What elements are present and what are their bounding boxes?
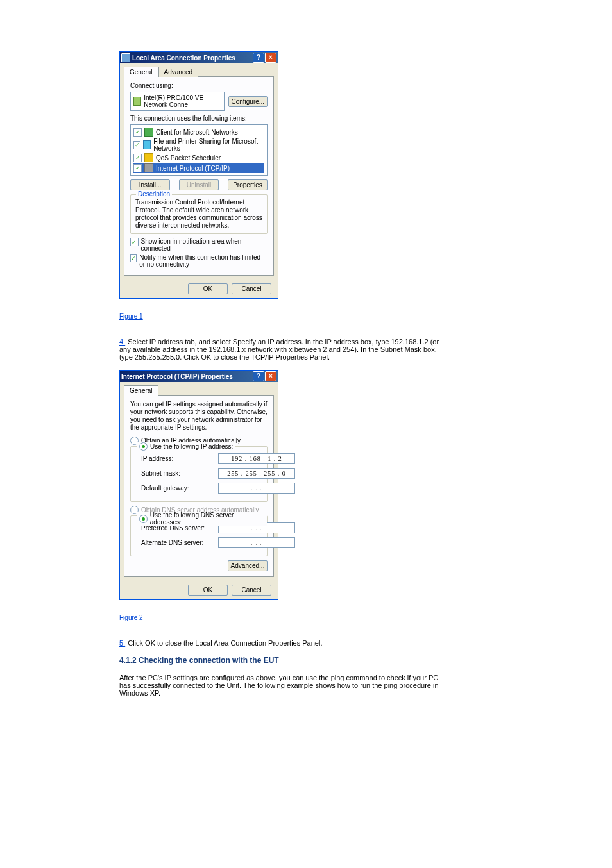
- list-item[interactable]: ✓File and Printer Sharing for Microsoft …: [133, 137, 264, 153]
- titlebar[interactable]: Local Area Connection Properties ? ×: [120, 52, 278, 63]
- properties-button[interactable]: Properties: [228, 179, 268, 190]
- description-title: Description: [136, 190, 172, 197]
- advanced-button[interactable]: Advanced...: [228, 560, 268, 571]
- cancel-button[interactable]: Cancel: [232, 585, 271, 596]
- checkbox[interactable]: ✓: [133, 164, 142, 172]
- gateway-input[interactable]: . . .: [218, 483, 295, 494]
- list-item[interactable]: ✓Client for Microsoft Networks: [133, 127, 264, 137]
- tab-general[interactable]: General: [124, 67, 158, 77]
- titlebar[interactable]: Internet Protocol (TCP/IP) Properties ? …: [120, 371, 278, 382]
- tcpip-properties-dialog: Internet Protocol (TCP/IP) Properties ? …: [119, 370, 278, 600]
- section-heading: 4.1.2 Checking the connection with the E…: [119, 656, 440, 665]
- client-icon: [144, 128, 153, 137]
- checkbox[interactable]: ✓: [133, 128, 142, 137]
- help-button[interactable]: ?: [253, 53, 264, 63]
- section-body: After the PC's IP settings are configure…: [119, 674, 440, 697]
- notify-checkbox[interactable]: ✓Notify me when this connection has limi…: [130, 254, 268, 268]
- install-button[interactable]: Install...: [130, 179, 170, 190]
- figure-caption: Figure 1: [119, 313, 612, 320]
- radio-use-dns[interactable]: Use the following DNS server addresses:: [137, 512, 267, 526]
- figure-caption: Figure 2: [119, 614, 612, 621]
- gateway-label: Default gateway:: [141, 485, 218, 492]
- nic-field: Intel(R) PRO/100 VE Network Conne: [130, 92, 225, 111]
- description-group: Description Transmission Control Protoco…: [130, 194, 268, 234]
- ok-button[interactable]: OK: [188, 585, 228, 596]
- checkbox[interactable]: ✓: [133, 154, 142, 162]
- ok-button[interactable]: OK: [188, 283, 228, 294]
- close-button[interactable]: ×: [265, 53, 276, 63]
- ip-input[interactable]: 192 . 168 . 1 . 2: [218, 453, 295, 464]
- uninstall-button: Uninstall: [179, 179, 219, 190]
- protocol-icon: [144, 163, 153, 172]
- alt-dns-input[interactable]: . . .: [218, 537, 295, 548]
- uses-label: This connection uses the following items…: [130, 115, 268, 122]
- description-text: Transmission Control Protocol/Internet P…: [135, 199, 262, 230]
- tab-general[interactable]: General: [124, 385, 158, 396]
- list-item-selected[interactable]: ✓Internet Protocol (TCP/IP): [133, 163, 264, 173]
- service-icon: [144, 153, 153, 162]
- checkbox[interactable]: ✓: [133, 141, 140, 149]
- close-button[interactable]: ×: [265, 371, 276, 381]
- tab-advanced[interactable]: Advanced: [158, 67, 198, 77]
- components-list[interactable]: ✓Client for Microsoft Networks ✓File and…: [130, 124, 268, 176]
- mask-label: Subnet mask:: [141, 470, 218, 477]
- step-4: 4.Select IP address tab, and select Spec…: [119, 338, 440, 361]
- nic-name: Intel(R) PRO/100 VE Network Conne: [144, 94, 221, 108]
- show-icon-checkbox[interactable]: ✓Show icon in notification area when con…: [130, 238, 268, 252]
- dialog-title: Internet Protocol (TCP/IP) Properties: [121, 373, 233, 380]
- connect-using-label: Connect using:: [130, 82, 268, 89]
- list-item[interactable]: ✓QoS Packet Scheduler: [133, 153, 264, 163]
- alt-dns-label: Alternate DNS server:: [141, 539, 218, 546]
- step-5: 5.Click OK to close the Local Area Conne…: [119, 639, 440, 647]
- mask-input[interactable]: 255 . 255 . 255 . 0: [218, 468, 295, 479]
- ip-label: IP address:: [141, 455, 218, 462]
- lan-properties-dialog: Local Area Connection Properties ? × Gen…: [119, 51, 278, 299]
- configure-button[interactable]: Configure...: [228, 96, 268, 107]
- network-icon: [121, 53, 130, 62]
- radio-use-ip[interactable]: Use the following IP address:: [137, 442, 235, 451]
- nic-icon: [133, 97, 141, 106]
- cancel-button[interactable]: Cancel: [232, 283, 271, 294]
- intro-text: You can get IP settings assigned automat…: [130, 401, 268, 431]
- service-icon: [143, 140, 151, 149]
- dialog-title: Local Area Connection Properties: [132, 54, 235, 62]
- help-button[interactable]: ?: [253, 371, 264, 381]
